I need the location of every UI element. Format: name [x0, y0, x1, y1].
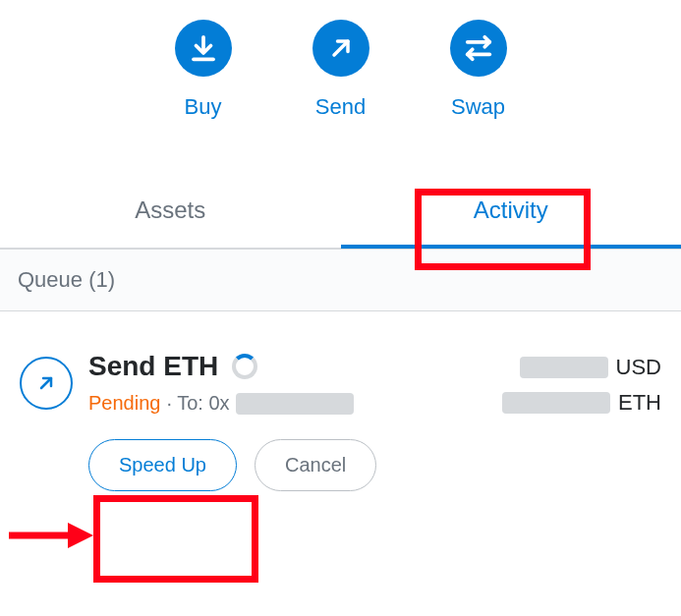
queue-header: Queue (1)	[0, 249, 681, 311]
transaction-row[interactable]: Send ETH Pending · To: 0x USD ETH	[0, 311, 681, 416]
loading-spinner-icon	[232, 354, 257, 379]
swap-icon	[450, 20, 507, 77]
swap-label: Swap	[451, 94, 505, 120]
fiat-currency-label: USD	[616, 355, 661, 380]
transaction-to-prefix: · To: 0x	[166, 392, 229, 415]
redacted-address	[236, 393, 354, 415]
download-icon	[175, 20, 232, 77]
svg-line-2	[334, 41, 348, 55]
tab-assets[interactable]: Assets	[0, 177, 341, 248]
annotation-arrow-icon	[7, 521, 93, 550]
tab-activity[interactable]: Activity	[341, 177, 682, 248]
send-label: Send	[315, 94, 366, 120]
redacted-crypto-amount	[502, 392, 610, 414]
transaction-status: Pending	[88, 392, 160, 415]
svg-line-5	[41, 378, 51, 388]
transaction-title: Send ETH	[88, 351, 218, 382]
cancel-button[interactable]: Cancel	[255, 439, 376, 491]
transaction-type-icon	[20, 357, 73, 410]
speed-up-button[interactable]: Speed Up	[88, 439, 237, 491]
swap-button[interactable]: Swap	[450, 20, 507, 120]
crypto-currency-label: ETH	[618, 390, 661, 416]
arrow-up-right-icon	[312, 20, 369, 77]
buy-button[interactable]: Buy	[175, 20, 232, 120]
buy-label: Buy	[185, 94, 222, 120]
redacted-fiat-amount	[520, 357, 608, 378]
tabs: Assets Activity	[0, 177, 681, 249]
send-button[interactable]: Send	[312, 20, 369, 120]
annotation-box-speedup	[93, 495, 258, 583]
svg-marker-7	[68, 523, 93, 548]
